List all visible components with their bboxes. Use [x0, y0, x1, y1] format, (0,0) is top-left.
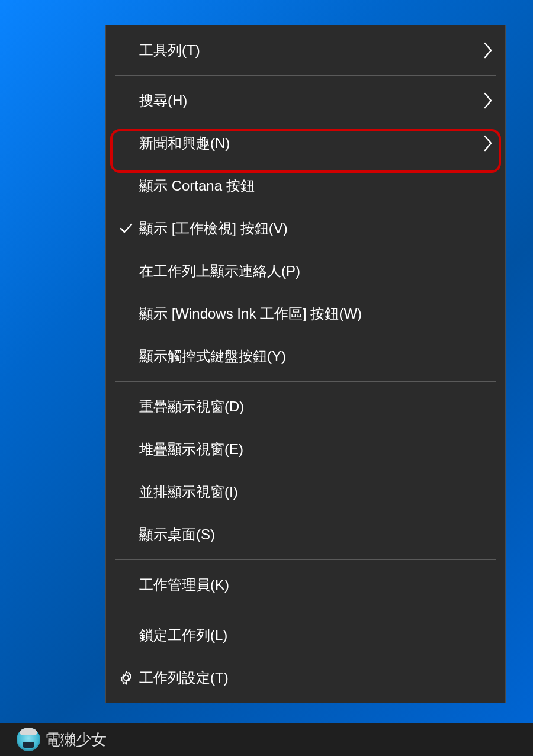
menu-item-show-task-view[interactable]: 顯示 [工作檢視] 按鈕(V) — [106, 207, 505, 250]
menu-item-label: 顯示觸控式鍵盤按鈕(Y) — [137, 347, 493, 366]
menu-item-show-cortana[interactable]: 顯示 Cortana 按鈕 — [106, 165, 505, 207]
menu-separator — [115, 381, 496, 382]
menu-item-label: 工作管理員(K) — [137, 575, 493, 594]
menu-separator — [115, 559, 496, 560]
menu-item-label: 搜尋(H) — [137, 91, 484, 110]
menu-item-taskbar-settings[interactable]: 工作列設定(T) — [106, 657, 505, 699]
menu-item-show-ink-workspace[interactable]: 顯示 [Windows Ink 工作區] 按鈕(W) — [106, 292, 505, 335]
check-icon — [115, 221, 137, 236]
menu-item-label: 在工作列上顯示連絡人(P) — [137, 262, 493, 281]
menu-separator — [115, 610, 496, 610]
menu-item-label: 工作列設定(T) — [137, 668, 493, 687]
menu-item-label: 並排顯示視窗(I) — [137, 482, 493, 501]
menu-item-cascade-windows[interactable]: 重疊顯示視窗(D) — [106, 385, 505, 428]
menu-item-label: 顯示 Cortana 按鈕 — [137, 176, 493, 195]
menu-item-show-people[interactable]: 在工作列上顯示連絡人(P) — [106, 250, 505, 292]
menu-item-label: 工具列(T) — [137, 41, 484, 60]
watermark: 電獺少女 — [17, 728, 107, 751]
gear-icon — [115, 670, 137, 686]
menu-item-label: 顯示 [Windows Ink 工作區] 按鈕(W) — [137, 304, 493, 323]
taskbar-context-menu: 工具列(T) 搜尋(H) 新聞和興趣(N) 顯示 Cortana 按鈕 顯示 [… — [105, 25, 506, 703]
menu-item-label: 堆疊顯示視窗(E) — [137, 440, 493, 459]
menu-item-show-touch-keyboard[interactable]: 顯示觸控式鍵盤按鈕(Y) — [106, 335, 505, 378]
chevron-right-icon — [484, 92, 493, 109]
menu-item-lock-taskbar[interactable]: 鎖定工作列(L) — [106, 614, 505, 657]
menu-item-news-interests[interactable]: 新聞和興趣(N) — [106, 122, 505, 165]
menu-item-label: 新聞和興趣(N) — [137, 134, 484, 153]
menu-item-label: 顯示 [工作檢視] 按鈕(V) — [137, 219, 493, 238]
chevron-right-icon — [484, 42, 493, 59]
watermark-logo-icon — [17, 728, 40, 751]
menu-item-search[interactable]: 搜尋(H) — [106, 79, 505, 122]
menu-item-stack-windows[interactable]: 堆疊顯示視窗(E) — [106, 428, 505, 471]
watermark-text: 電獺少女 — [45, 729, 107, 750]
menu-item-side-by-side-windows[interactable]: 並排顯示視窗(I) — [106, 471, 505, 513]
menu-item-toolbars[interactable]: 工具列(T) — [106, 29, 505, 72]
chevron-right-icon — [484, 135, 493, 152]
menu-item-task-manager[interactable]: 工作管理員(K) — [106, 564, 505, 606]
menu-separator — [115, 75, 496, 76]
menu-item-label: 顯示桌面(S) — [137, 525, 493, 544]
menu-item-label: 鎖定工作列(L) — [137, 626, 493, 645]
menu-item-label: 重疊顯示視窗(D) — [137, 397, 493, 416]
menu-item-show-desktop[interactable]: 顯示桌面(S) — [106, 513, 505, 556]
